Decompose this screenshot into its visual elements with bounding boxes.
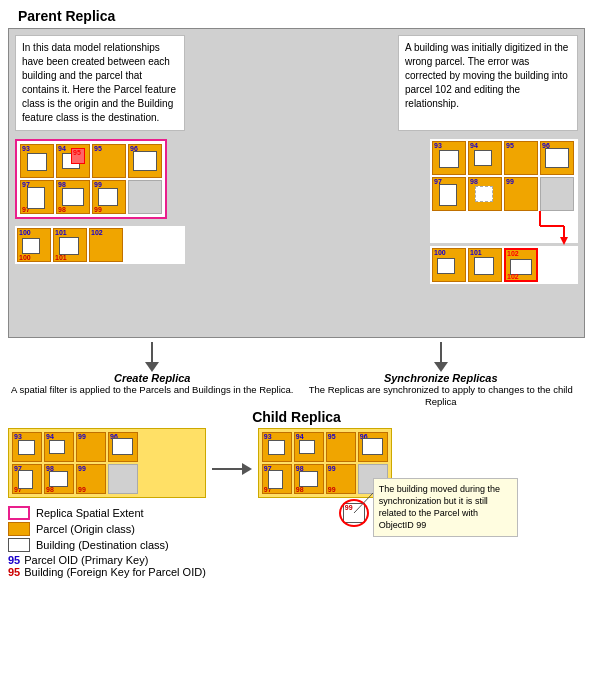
cr-99: 99 99: [326, 464, 356, 494]
cl-99-2: 99 99: [76, 464, 106, 494]
rb-label-102: 102: [507, 250, 519, 257]
cl-label-99-2: 99: [78, 465, 86, 472]
cl-bld-94: [49, 440, 65, 454]
cr-label-93: 93: [264, 433, 272, 440]
create-arrow-line: [151, 342, 153, 362]
cr-bld-96: [362, 438, 383, 455]
r-parcel-94: 94: [468, 141, 502, 175]
rb-bld-101: [474, 257, 494, 275]
cl-98: 98 98: [44, 464, 74, 494]
label-101: 101: [55, 229, 67, 236]
cl-97: 97 97: [12, 464, 42, 494]
bld-99: [98, 188, 118, 206]
legend-oid-label: Parcel OID (Primary Key): [24, 554, 148, 566]
r-bld-97: [439, 184, 457, 206]
cr-label-94: 94: [296, 433, 304, 440]
cr-94: 94: [294, 432, 324, 462]
label-98: 98: [58, 181, 66, 188]
cr-bld-94: [299, 440, 315, 454]
r-parcel-96: 96: [540, 141, 574, 175]
r-parcel-98: 98: [468, 177, 502, 211]
r-label-99: 99: [506, 178, 514, 185]
label-94: 94: [58, 145, 66, 152]
rb-parcel-101: 101: [468, 248, 502, 282]
cl-bld-93: [18, 440, 35, 455]
bld-97: [27, 187, 45, 209]
bld-98: [62, 188, 84, 206]
r-label-94: 94: [470, 142, 478, 149]
rb-parcel-102: 102 102: [504, 248, 538, 282]
legend-orange-label: Parcel (Origin class): [36, 523, 135, 535]
sync-replicas-title: Synchronize Replicas: [384, 372, 498, 384]
svg-marker-3: [560, 237, 568, 245]
parent-desc-left: In this data model relationships have be…: [15, 35, 185, 131]
cl-empty: [108, 464, 138, 494]
r-parcel-99: 99: [504, 177, 538, 211]
rb-parcel-100: 100: [432, 248, 466, 282]
legend-fk-num: 95: [8, 566, 20, 578]
callout-text: The building moved during the synchroniz…: [379, 484, 500, 530]
main-container: Parent Replica In this data model relati…: [0, 0, 593, 697]
cl-96: 96: [108, 432, 138, 462]
left-top-grid: 93 94 95: [20, 144, 162, 214]
parcel-102: 102: [89, 228, 123, 262]
left-top-cluster: 93 94 95: [15, 139, 185, 219]
bld-93: [27, 153, 47, 171]
legend-item-oid: 95 Parcel OID (Primary Key): [8, 554, 206, 566]
r-parcel-97: 97: [432, 177, 466, 211]
bld-100: [22, 238, 40, 254]
parent-desc-right: A building was initially digitized in th…: [398, 35, 578, 131]
cl-label-99: 99: [78, 433, 86, 440]
parcel-97: 97 97: [20, 180, 54, 214]
label-95b: 95: [94, 145, 102, 152]
parcel-100: 100 100: [17, 228, 51, 262]
cl-bld-98: [49, 471, 68, 487]
right-bottom-cluster: 100 101 102 102: [430, 246, 578, 284]
callout-box: The building moved during the synchroniz…: [373, 478, 518, 537]
create-replica-box: Create Replica A spatial filter is appli…: [8, 342, 297, 396]
cr-96: 96: [358, 432, 388, 462]
r-label-95: 95: [506, 142, 514, 149]
r-parcel-95: 95: [504, 141, 538, 175]
r-parcel-empty: [540, 177, 574, 211]
cr-98: 98 98: [294, 464, 324, 494]
cl-label-93: 93: [14, 433, 22, 440]
cr-bld-97: [268, 470, 283, 489]
label-101-red: 101: [55, 254, 67, 261]
legend-oid-num: 95: [8, 554, 20, 566]
cr-97: 97 97: [262, 464, 292, 494]
cl-94: 94: [44, 432, 74, 462]
diagrams-row: 93 94 95: [15, 139, 578, 331]
r-bld-96: [545, 148, 569, 168]
parcel-101: 101 101: [53, 228, 87, 262]
parent-replica-box: In this data model relationships have be…: [8, 28, 585, 338]
cl-label-99-2-red: 99: [78, 486, 86, 493]
cl-99: 99: [76, 432, 106, 462]
cl-label-98-red: 98: [46, 486, 54, 493]
bld-99-outside-container: 99: [343, 503, 365, 523]
cr-label-95: 95: [328, 433, 336, 440]
legend-item-orange: Parcel (Origin class): [8, 522, 206, 536]
create-arrow-head: [145, 362, 159, 372]
h-arrow-head: [242, 463, 252, 475]
child-left-yellow: 93 94 99 96: [8, 428, 206, 498]
r-bld-98-dashed: [475, 186, 493, 202]
r-bld-94: [474, 150, 492, 166]
child-right-yellow: 93 94 95 96: [258, 428, 392, 498]
label-100: 100: [19, 229, 31, 236]
child-right-grid: 93 94 95 96: [262, 432, 388, 494]
parent-replica-title: Parent Replica: [18, 8, 585, 24]
cl-93: 93: [12, 432, 42, 462]
cr-label-98-red: 98: [296, 486, 304, 493]
parcel-empty: [128, 180, 162, 214]
label-98-red: 98: [58, 206, 66, 213]
right-top-grid: 93 94 95 96: [432, 141, 576, 211]
rb-label-100: 100: [434, 249, 446, 256]
left-bottom-cluster: 100 100 101 101 102: [15, 226, 185, 264]
sync-replicas-box: Synchronize Replicas The Replicas are sy…: [297, 342, 586, 409]
rb-label-101: 101: [470, 249, 482, 256]
legend-swatch-pink: [8, 506, 30, 520]
sync-arrow-line: [440, 342, 442, 362]
cr-93: 93: [262, 432, 292, 462]
legend-swatch-white: [8, 538, 30, 552]
